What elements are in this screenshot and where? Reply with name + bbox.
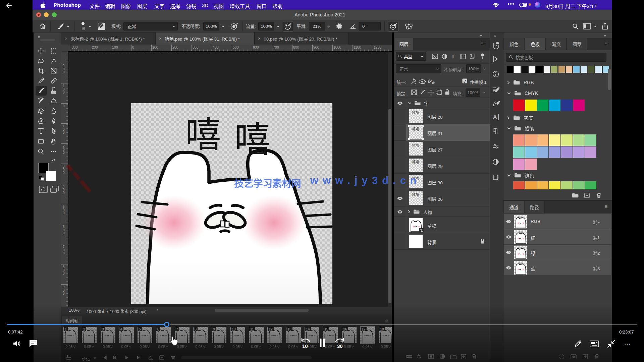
svg-text:嘻: 嘻 <box>185 106 221 158</box>
svg-text:嘻嘻: 嘻嘻 <box>518 246 523 249</box>
svg-text:30: 30 <box>337 343 343 349</box>
svg-text:10: 10 <box>302 343 308 349</box>
svg-text:嘻: 嘻 <box>234 111 270 163</box>
svg-text:A: A <box>493 114 497 120</box>
svg-text:嘻嘻: 嘻嘻 <box>518 261 523 265</box>
svg-text:嘻嘻: 嘻嘻 <box>518 215 523 219</box>
svg-text:嘻嘻: 嘻嘻 <box>518 231 523 234</box>
